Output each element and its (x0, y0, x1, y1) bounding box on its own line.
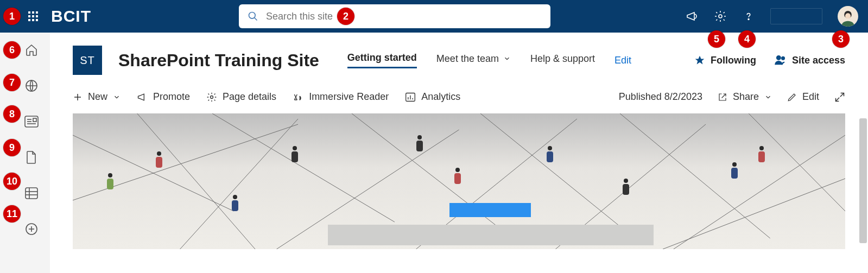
chevron-down-icon (764, 93, 772, 101)
new-button[interactable]: New (73, 91, 121, 103)
svg-rect-11 (33, 118, 36, 122)
svg-line-29 (840, 93, 844, 97)
site-title: SharePoint Training Site (118, 50, 319, 71)
share-icon (718, 92, 727, 102)
svg-line-33 (137, 113, 255, 249)
left-rail (0, 33, 50, 273)
svg-line-44 (663, 179, 845, 249)
megaphone-icon (137, 92, 148, 103)
svg-line-37 (352, 113, 512, 238)
following-label: Following (711, 55, 756, 66)
app-launcher-icon[interactable] (28, 11, 38, 21)
svg-point-21 (782, 57, 784, 60)
megaphone-icon[interactable] (686, 10, 699, 23)
site-nav: Getting started Meet the team Help & sup… (347, 52, 631, 68)
analytics-icon (405, 92, 416, 103)
following-button[interactable]: Following (694, 55, 756, 66)
file-icon[interactable] (11, 150, 39, 165)
nav-help-support[interactable]: Help & support (530, 53, 595, 68)
svg-point-20 (777, 56, 781, 60)
globe-icon[interactable] (11, 78, 39, 93)
chevron-down-icon (113, 93, 121, 101)
suite-bar: BCIT (0, 0, 868, 33)
svg-line-30 (836, 97, 840, 101)
immersive-icon (293, 92, 303, 103)
gear-icon[interactable] (714, 10, 727, 23)
content: ST SharePoint Training Site Getting star… (50, 33, 868, 249)
site-access-label: Site access (792, 55, 845, 66)
svg-marker-19 (695, 56, 705, 65)
svg-point-5 (845, 13, 851, 18)
new-label: New (88, 91, 107, 103)
command-bar: New Promote Page details Immersive Reade… (50, 85, 868, 113)
share-button[interactable]: Share (718, 91, 772, 103)
suite-right (686, 6, 858, 27)
nav-edit-link[interactable]: Edit (614, 55, 631, 66)
svg-line-41 (620, 113, 770, 238)
promote-button[interactable]: Promote (137, 91, 190, 103)
expand-icon (834, 92, 845, 103)
promote-label: Promote (153, 91, 190, 103)
add-circle-icon[interactable] (11, 221, 39, 237)
svg-line-1 (255, 18, 257, 21)
nav-getting-started[interactable]: Getting started (347, 52, 417, 68)
immersive-reader-button[interactable]: Immersive Reader (293, 91, 389, 103)
hero-badge (449, 203, 531, 217)
share-label: Share (733, 91, 759, 103)
svg-line-39 (480, 113, 641, 244)
pencil-icon (787, 92, 797, 102)
help-icon[interactable] (742, 10, 755, 23)
svg-point-3 (748, 19, 749, 20)
page-details-button[interactable]: Page details (206, 91, 276, 103)
site-access-button[interactable]: Site access (775, 55, 845, 66)
people-icon (775, 55, 787, 66)
grid-list-icon[interactable] (11, 186, 39, 201)
analytics-label: Analytics (421, 91, 460, 103)
page-details-label: Page details (223, 91, 276, 103)
svg-point-0 (249, 12, 256, 19)
home-icon[interactable] (11, 42, 39, 58)
hero-subtitle-bar (328, 225, 654, 245)
avatar[interactable] (838, 6, 858, 27)
expand-button[interactable] (834, 92, 845, 103)
svg-line-35 (180, 119, 298, 249)
chevron-down-icon (503, 55, 511, 62)
hero-image (73, 113, 845, 249)
search-icon (248, 11, 258, 22)
immersive-label: Immersive Reader (309, 91, 389, 103)
user-name-region (770, 8, 822, 24)
site-header: ST SharePoint Training Site Getting star… (50, 33, 868, 85)
gear-icon (206, 92, 217, 103)
published-date: Published 8/2/2023 (619, 91, 702, 103)
vertical-scrollbar[interactable] (859, 118, 867, 243)
site-logo: ST (73, 46, 102, 75)
plus-icon (73, 92, 83, 102)
search-box[interactable] (239, 4, 550, 28)
edit-button[interactable]: Edit (787, 91, 819, 103)
svg-rect-12 (26, 188, 37, 199)
edit-label: Edit (802, 91, 819, 103)
svg-point-24 (211, 96, 213, 98)
search-input[interactable] (266, 11, 542, 22)
brand-label: BCIT (51, 7, 91, 26)
site-actions: Following Site access (694, 55, 845, 66)
nav-meet-the-team[interactable]: Meet the team (436, 53, 511, 68)
nav-item-label: Meet the team (436, 53, 499, 65)
news-icon[interactable] (11, 114, 39, 129)
star-icon (694, 55, 705, 66)
analytics-button[interactable]: Analytics (405, 91, 460, 103)
svg-point-2 (719, 15, 722, 18)
